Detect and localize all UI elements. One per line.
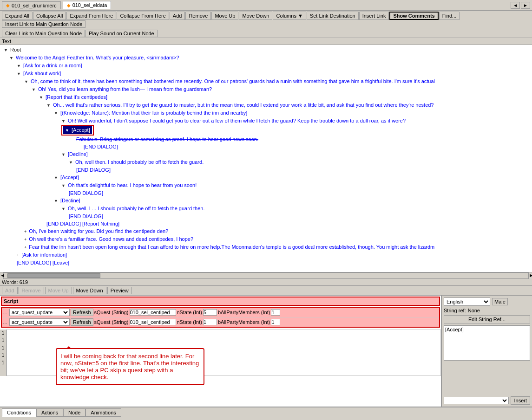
- clear-link-main-button[interactable]: Clear Link to Main Question Node: [2, 30, 85, 37]
- n16-toggle[interactable]: ▼: [54, 175, 58, 180]
- collapse-from-here-button[interactable]: Collapse From Here: [117, 12, 169, 20]
- bottom-move-down-button[interactable]: Move Down: [73, 287, 106, 294]
- move-up-button[interactable]: Move Up: [211, 12, 238, 20]
- tree-area[interactable]: ▼ Root ▼ Welcome to the Angel Feather In…: [0, 45, 532, 272]
- n1-toggle[interactable]: ▼: [9, 56, 13, 60]
- n5-toggle[interactable]: ▼: [32, 87, 36, 92]
- script-row2-p1-val[interactable]: [130, 319, 176, 325]
- bottom-move-up-button[interactable]: Move Up: [45, 287, 72, 294]
- collapse-all-button[interactable]: Collapse All: [33, 12, 66, 20]
- tooltip-balloon: I will be coming back for that second li…: [56, 348, 204, 385]
- language-select[interactable]: English: [444, 297, 490, 306]
- n24-toggle[interactable]: +: [24, 237, 26, 242]
- insert-link-button[interactable]: Insert Link: [359, 12, 389, 20]
- n25-toggle[interactable]: +: [24, 245, 26, 250]
- root-toggle[interactable]: ▼: [4, 48, 8, 52]
- tree-node-n19[interactable]: ▼ [Decline]: [2, 197, 530, 205]
- script-row1-p1-val[interactable]: [130, 309, 176, 316]
- tree-node-n25[interactable]: + Fear that the inn hasn't been open lon…: [2, 243, 530, 251]
- tree-node-accept-selected[interactable]: ▼ [Accept]: [63, 126, 92, 134]
- tree-node-n13[interactable]: ▼ [Decline]: [2, 150, 530, 158]
- tree-node-n21[interactable]: [END DIALOG]: [2, 213, 530, 220]
- tree-node-n4[interactable]: ▼ Oh, come to think of it, there has bee…: [2, 78, 530, 85]
- n4-toggle[interactable]: ▼: [24, 79, 28, 84]
- n8-toggle[interactable]: ▼: [54, 111, 58, 116]
- add-button[interactable]: Add: [170, 12, 185, 20]
- tab-eldata[interactable]: ◆ 010_sel_eldata: [63, 1, 112, 9]
- language-male-button[interactable]: Male: [492, 298, 508, 305]
- nav-back-button[interactable]: ◄: [511, 2, 520, 9]
- script-row2-p3-label: bAllPartyMembers (Int): [218, 319, 270, 325]
- tree-node-ask-work[interactable]: ▼ [Ask about work]: [2, 70, 530, 78]
- tree-node-n24[interactable]: + Oh well there's a familiar face. Good …: [2, 235, 530, 243]
- script-row1-refresh[interactable]: Refresh: [71, 309, 93, 316]
- tree-node-n9[interactable]: ▼ Oh! Well wonderful, I don't suppose I …: [2, 117, 530, 125]
- expand-all-button[interactable]: Expand All: [2, 12, 33, 20]
- tab-actions[interactable]: Actions: [36, 408, 63, 417]
- tab-drunkmerc[interactable]: ◆ 010_sel_drunkmerc: [2, 1, 61, 9]
- tree-node-n12[interactable]: [END DIALOG]: [2, 143, 530, 150]
- tree-node-n17[interactable]: ▼ Oh that's delightful to hear. I hope t…: [2, 181, 530, 189]
- hscroll-thumb[interactable]: [7, 273, 100, 278]
- tree-node-n11[interactable]: Fabulous. Bring stringers or something a…: [2, 136, 530, 143]
- tree-node-n6[interactable]: ▼ [Report that it's centipedes]: [2, 93, 530, 101]
- preview-button[interactable]: Preview: [107, 287, 132, 294]
- insert-link-main-button[interactable]: Insert Link to Main Question Node: [2, 20, 85, 28]
- script-row2-p2-val[interactable]: [203, 319, 217, 325]
- script-row2-func[interactable]: acr_quest_update: [9, 318, 70, 326]
- insert-button[interactable]: Insert: [511, 396, 530, 405]
- bottom-remove-button[interactable]: Remove: [19, 287, 44, 294]
- scroll-left-btn[interactable]: ◄: [0, 272, 4, 279]
- n10-toggle[interactable]: ▼: [65, 128, 69, 133]
- script-row2-refresh[interactable]: Refresh: [71, 318, 93, 326]
- columns-button[interactable]: Columns ▼: [273, 12, 306, 20]
- n19-toggle[interactable]: ▼: [54, 199, 58, 203]
- scroll-right-btn[interactable]: ►: [528, 272, 532, 279]
- find-button[interactable]: Find...: [439, 12, 460, 20]
- tab-conditions[interactable]: Conditions: [2, 408, 36, 417]
- tree-node-n18[interactable]: [END DIALOG]: [2, 189, 530, 197]
- n23-toggle[interactable]: +: [24, 229, 26, 234]
- tree-node-n20[interactable]: ▼ Oh, well. I ... I should probably be o…: [2, 205, 530, 213]
- expand-from-here-button[interactable]: Expand From Here: [66, 12, 116, 20]
- remove-button[interactable]: Remove: [185, 12, 211, 20]
- tree-node-n22[interactable]: [END DIALOG] [Report Nothing]: [2, 220, 530, 227]
- insert-select[interactable]: [444, 397, 509, 404]
- tree-node-n5[interactable]: ▼ Oh! Yes, did you learn anything from t…: [2, 85, 530, 93]
- tab-node[interactable]: Node: [63, 408, 85, 417]
- move-down-button[interactable]: Move Down: [239, 12, 272, 20]
- tree-node-n16[interactable]: ▼ [Accept]: [2, 174, 530, 181]
- horizontal-scrollbar[interactable]: ◄ ►: [0, 272, 532, 279]
- n2-toggle[interactable]: ▼: [17, 64, 21, 68]
- tree-node-n15[interactable]: [END DIALOG]: [2, 166, 530, 174]
- tree-node-n8[interactable]: ▼ [(Knowledge: Nature): Mention that the…: [2, 109, 530, 117]
- n17-toggle[interactable]: ▼: [61, 183, 66, 188]
- tab-animations[interactable]: Animations: [85, 408, 121, 417]
- n13-toggle[interactable]: ▼: [61, 152, 66, 157]
- tree-node-n7[interactable]: ▼ Oh... well that's rather serious. I'll…: [2, 101, 530, 109]
- tree-node-welcome[interactable]: ▼ Welcome to the Angel Feather Inn. What…: [2, 54, 530, 62]
- tree-node-n14[interactable]: ▼ Oh, well then. I should probably be of…: [2, 158, 530, 166]
- n20-toggle[interactable]: ▼: [61, 207, 66, 211]
- script-row1-p3-val[interactable]: [271, 309, 280, 316]
- n3-toggle[interactable]: ▼: [17, 71, 21, 76]
- tree-node-n26[interactable]: + [Ask for information]: [2, 251, 530, 259]
- n6-toggle[interactable]: ▼: [39, 95, 43, 100]
- nav-fwd-button[interactable]: ►: [521, 2, 530, 9]
- string-ref-label: String ref:: [444, 308, 466, 313]
- tree-node-n27[interactable]: [END DIALOG] [Leave]: [2, 259, 530, 266]
- bottom-add-button[interactable]: Add: [2, 287, 18, 294]
- play-sound-button[interactable]: Play Sound on Current Node: [85, 30, 158, 37]
- n7-toggle[interactable]: ▼: [46, 103, 51, 108]
- script-row1-p2-val[interactable]: [203, 309, 217, 316]
- script-row1-func[interactable]: acr_quest_update: [9, 309, 70, 316]
- tree-node-ask-drink[interactable]: ▼ [Ask for a drink or a room]: [2, 62, 530, 70]
- n9-toggle[interactable]: ▼: [61, 119, 66, 123]
- set-link-dest-button[interactable]: Set Link Destination: [307, 12, 359, 20]
- script-row2-p3-val[interactable]: [271, 319, 280, 325]
- edit-string-ref-button[interactable]: Edit String Ref...: [444, 315, 530, 323]
- show-comments-button[interactable]: Show Comments: [389, 12, 438, 20]
- tree-node-n23[interactable]: + Oh, I've been waiting for you. Did you…: [2, 227, 530, 235]
- n14-toggle[interactable]: ▼: [69, 160, 73, 165]
- n26-toggle[interactable]: +: [17, 253, 19, 258]
